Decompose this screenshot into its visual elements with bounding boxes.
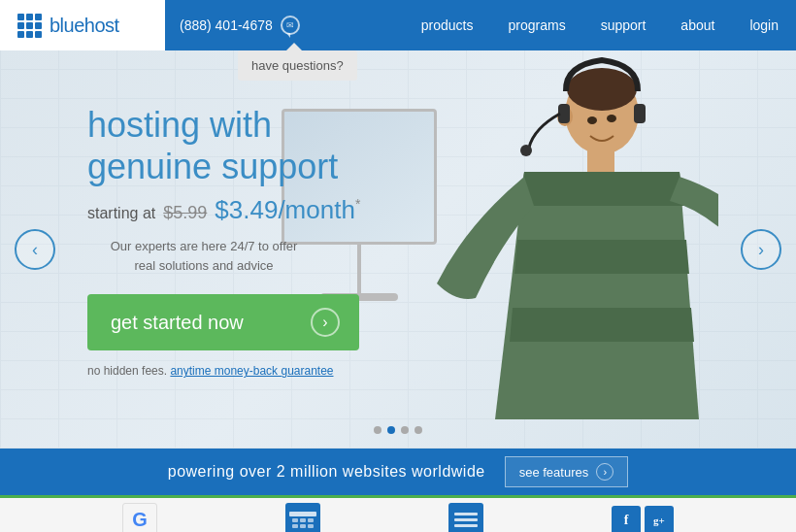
line-1 [454, 513, 478, 515]
svg-point-8 [520, 145, 532, 156]
carousel-dots [374, 426, 422, 434]
lines-icon [448, 503, 483, 533]
carousel-dot-3[interactable] [401, 426, 409, 434]
carousel-dot-4[interactable] [415, 426, 422, 434]
calendar-icon [285, 503, 320, 533]
carousel-next-button[interactable]: › [741, 229, 781, 270]
get-started-button[interactable]: get started now › [87, 294, 359, 350]
powering-banner: powering over 2 million websites worldwi… [0, 449, 796, 495]
nav-item-about[interactable]: about [663, 0, 732, 50]
carousel-dot-2[interactable] [387, 426, 395, 434]
calendar-icon-item[interactable] [285, 503, 320, 533]
lines-icon-item[interactable] [448, 503, 483, 533]
see-features-button[interactable]: see features › [505, 456, 629, 487]
hero-headline: hosting with genuine support [87, 104, 456, 187]
bottom-section: G f g+ [0, 495, 796, 532]
chat-icon[interactable]: ✉ [281, 16, 300, 35]
svg-point-9 [587, 116, 597, 124]
new-price: $3.49/month* [215, 195, 360, 225]
logo-text: bluehost [50, 15, 119, 37]
see-features-label: see features [519, 465, 589, 480]
calendar-header [289, 512, 316, 516]
svg-rect-7 [634, 104, 646, 123]
nav-item-login[interactable]: login [732, 0, 796, 50]
main-nav: products programs support about login [404, 0, 796, 50]
phone-area: (888) 401-4678 ✉ [165, 16, 315, 35]
carousel-prev-button[interactable]: ‹ [15, 229, 55, 270]
google-icon-item[interactable]: G [122, 503, 157, 533]
pricing-line: starting at $5.99 $3.49/month* [87, 195, 456, 225]
phone-number[interactable]: (888) 401-4678 [180, 17, 273, 33]
guarantee-link[interactable]: anytime money-back guarantee [170, 364, 333, 378]
logo-area[interactable]: bluehost [0, 0, 165, 50]
line-2 [454, 518, 478, 521]
svg-rect-3 [587, 148, 614, 172]
nav-item-programs[interactable]: programs [491, 0, 583, 50]
line-3 [454, 524, 478, 527]
svg-point-10 [607, 115, 616, 122]
pricing-intro-text: starting at [87, 205, 155, 222]
hero-section: ‹ › [0, 50, 796, 449]
gplus-icon[interactable]: g+ [645, 506, 674, 533]
banner-text: powering over 2 million websites worldwi… [168, 463, 485, 481]
nav-item-products[interactable]: products [404, 0, 491, 50]
hero-content: hosting with genuine support starting at… [87, 104, 456, 378]
carousel-dot-1[interactable] [374, 426, 381, 434]
facebook-icon[interactable]: f [612, 506, 641, 533]
svg-point-1 [567, 68, 637, 111]
have-questions-tooltip: have questions? [238, 50, 357, 81]
old-price: $5.99 [163, 203, 207, 223]
guarantee-text: no hidden fees. anytime money-back guara… [87, 364, 456, 378]
nav-item-support[interactable]: support [583, 0, 664, 50]
google-icon: G [122, 503, 157, 533]
hero-subtext: Our experts are here 24/7 to offer real … [87, 237, 320, 275]
social-icons-item: f g+ [612, 506, 674, 533]
see-features-arrow-icon: › [596, 463, 614, 481]
header: bluehost (888) 401-4678 ✉ products progr… [0, 0, 796, 50]
cta-arrow-icon: › [311, 308, 340, 337]
logo-grid-icon [17, 14, 42, 38]
calendar-grid [292, 518, 314, 528]
price-asterisk: * [355, 197, 360, 213]
social-icons-group: f g+ [612, 506, 674, 533]
